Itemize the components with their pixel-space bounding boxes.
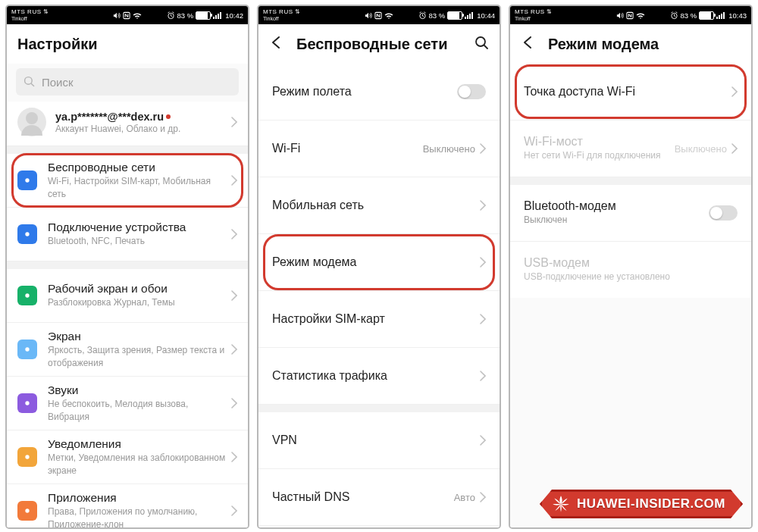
settings-row[interactable]: Уведомления Метки, Уведомления на заблок… xyxy=(7,430,248,484)
row-title: Звуки xyxy=(48,383,231,397)
row-title: Статистика трафика xyxy=(272,369,480,383)
tether-row[interactable]: Bluetooth-модем Выключен xyxy=(510,185,751,242)
row-title: Приложения xyxy=(48,491,231,505)
chevron-right-icon xyxy=(231,344,237,355)
chevron-right-icon xyxy=(731,143,738,154)
chevron-right-icon xyxy=(480,200,486,211)
row-title: Wi-Fi xyxy=(272,142,423,155)
settings-row[interactable]: Беспроводные сети Wi-Fi, Настройки SIM-к… xyxy=(7,154,248,208)
avatar-icon xyxy=(17,108,46,136)
watermark: HUAWEI-INSIDER.COM xyxy=(540,490,743,518)
back-icon[interactable] xyxy=(521,35,536,50)
chevron-right-icon xyxy=(731,86,738,97)
row-value: Авто xyxy=(454,492,475,503)
row-value: Выключено xyxy=(423,143,475,155)
toggle-switch[interactable] xyxy=(709,205,738,221)
chevron-right-icon xyxy=(480,492,486,502)
search-button[interactable] xyxy=(474,35,489,53)
clock: 10:42 xyxy=(225,11,243,20)
svg-rect-3 xyxy=(215,15,217,19)
row-title: Настройки SIM-карт xyxy=(272,312,480,326)
carrier-label: MTS RUS ⇅ Tinkoff xyxy=(515,9,553,21)
page-title: Настройки xyxy=(17,36,98,53)
battery-icon xyxy=(447,11,462,20)
status-bar: MTS RUS ⇅ Tinkoff 83 % 10:42 xyxy=(7,6,248,24)
svg-point-10 xyxy=(25,347,29,351)
back-icon[interactable] xyxy=(269,35,284,50)
back-button[interactable] xyxy=(269,35,284,53)
row-title: Wi-Fi-мост xyxy=(524,135,675,149)
svg-rect-27 xyxy=(721,14,722,19)
wireless-row[interactable]: Частный DNS Авто xyxy=(258,469,500,526)
chevron-right-icon xyxy=(231,229,237,239)
chevron-right-icon xyxy=(231,175,237,186)
svg-rect-28 xyxy=(723,12,725,19)
row-subtitle: Не беспокоить, Мелодия вызова, Вибрация xyxy=(48,398,231,422)
clock: 10:43 xyxy=(728,11,747,20)
svg-rect-5 xyxy=(220,12,221,19)
svg-point-13 xyxy=(25,509,29,512)
phone-settings: MTS RUS ⇅ Tinkoff 83 % 10:42 Настройки П… xyxy=(5,5,249,529)
wireless-row[interactable]: Режим полета xyxy=(258,64,500,120)
settings-row[interactable]: Рабочий экран и обои Разблокировка Журна… xyxy=(7,269,248,323)
svg-point-11 xyxy=(25,401,29,405)
wireless-row[interactable]: Мобильная сеть xyxy=(258,177,500,234)
status-bar: MTS RUS ⇅ Tinkoff 83 % 10:43 xyxy=(510,6,751,24)
tether-row[interactable]: Точка доступа Wi-Fi xyxy=(510,64,751,120)
search-icon[interactable] xyxy=(474,35,489,50)
svg-rect-26 xyxy=(719,15,720,19)
row-title: Мобильная сеть xyxy=(272,199,480,212)
wireless-row[interactable]: Wi-Fi Выключено xyxy=(258,120,500,177)
svg-point-12 xyxy=(25,455,29,458)
battery-icon xyxy=(699,11,714,20)
row-subtitle: Метки, Уведомления на заблокированном эк… xyxy=(48,452,231,476)
wireless-row[interactable]: VPN xyxy=(258,412,500,469)
settings-row[interactable]: Звуки Не беспокоить, Мелодия вызова, Виб… xyxy=(7,377,248,430)
phone-tethering: MTS RUS ⇅ Tinkoff 83 % 10:43 Режим модем… xyxy=(509,5,753,529)
row-title: Bluetooth-модем xyxy=(524,199,709,213)
svg-point-8 xyxy=(25,232,29,236)
tether-row: Wi-Fi-мост Нет сети Wi-Fi для подключени… xyxy=(510,120,751,177)
svg-rect-4 xyxy=(218,14,219,19)
ic-wifi-icon xyxy=(17,171,37,190)
phone-wireless: MTS RUS ⇅ Tinkoff 83 % 10:44 Беспроводны… xyxy=(257,5,501,529)
row-subtitle: Яркость, Защита зрения, Размер текста и … xyxy=(48,344,231,368)
search-input[interactable]: Поиск xyxy=(16,68,239,95)
svg-rect-25 xyxy=(716,17,718,19)
toggle-switch[interactable] xyxy=(457,84,486,99)
ic-sound-icon xyxy=(17,393,37,413)
row-title: Рабочий экран и обои xyxy=(48,282,231,296)
header: Настройки xyxy=(7,24,248,64)
ic-apps-icon xyxy=(17,501,37,521)
wireless-row[interactable]: Статистика трафика xyxy=(258,348,500,405)
svg-rect-20 xyxy=(469,14,471,19)
chevron-right-icon xyxy=(480,257,486,268)
ic-disp-icon xyxy=(17,340,37,359)
row-title: Подключение устройства xyxy=(48,221,231,234)
header: Беспроводные сети xyxy=(258,24,500,64)
battery-pct: 83 % xyxy=(429,11,446,20)
svg-point-6 xyxy=(25,77,33,85)
row-title: VPN xyxy=(272,433,480,447)
wireless-row[interactable]: Режим модема xyxy=(258,234,500,291)
battery-pct: 83 % xyxy=(681,11,697,20)
chevron-right-icon xyxy=(480,435,486,446)
watermark-text: HUAWEI-INSIDER.COM xyxy=(577,496,725,511)
row-subtitle: Разблокировка Журнал, Темы xyxy=(48,296,231,308)
status-bar: MTS RUS ⇅ Tinkoff 83 % 10:44 xyxy=(258,6,500,24)
account-row[interactable]: ya.p*******@***dex.ru Аккаунт Huawei, Об… xyxy=(7,102,248,146)
settings-row[interactable]: Экран Яркость, Защита зрения, Размер тек… xyxy=(7,323,248,377)
wireless-row[interactable]: Настройки SIM-карт xyxy=(258,291,500,348)
row-title: USB-модем xyxy=(524,256,738,270)
row-subtitle: Права, Приложения по умолчанию, Приложен… xyxy=(48,505,231,527)
row-title: Уведомления xyxy=(48,437,231,451)
settings-row[interactable]: Приложения Права, Приложения по умолчани… xyxy=(7,484,248,527)
search-icon xyxy=(23,76,36,88)
header: Режим модема xyxy=(510,24,751,64)
back-button[interactable] xyxy=(521,35,536,53)
svg-rect-18 xyxy=(465,17,466,19)
settings-row[interactable]: Подключение устройства Bluetooth, NFC, П… xyxy=(7,208,248,261)
battery-icon xyxy=(196,11,211,20)
svg-rect-19 xyxy=(467,15,468,19)
row-subtitle: Нет сети Wi-Fi для подключения xyxy=(524,149,675,161)
